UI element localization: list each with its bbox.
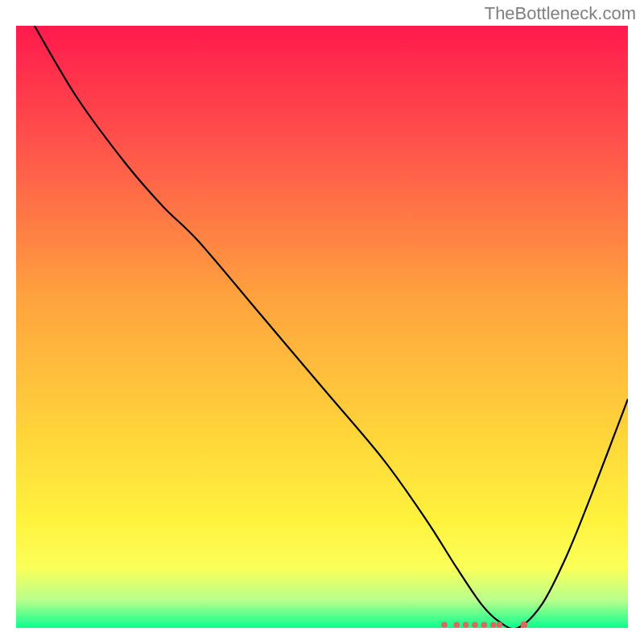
marker-dot — [472, 621, 478, 628]
marker-dot — [481, 621, 488, 628]
curve-layer — [16, 26, 628, 628]
trough-markers — [441, 621, 527, 628]
marker-dot — [441, 621, 448, 628]
watermark-text: TheBottleneck.com — [485, 3, 636, 24]
bottleneck-curve — [35, 26, 628, 628]
marker-dot — [453, 621, 460, 628]
marker-dot — [497, 621, 503, 628]
marker-dot — [463, 621, 469, 628]
plot-area — [16, 26, 628, 628]
marker-dot — [490, 621, 497, 628]
